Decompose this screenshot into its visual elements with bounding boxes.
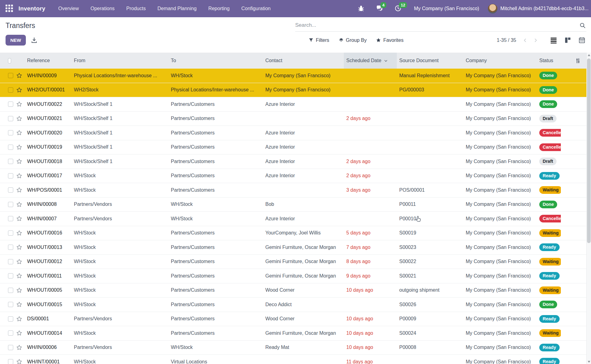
- row-checkbox[interactable]: [8, 359, 13, 364]
- search-icon[interactable]: [579, 22, 586, 29]
- company-switcher[interactable]: My Company (San Francisco): [414, 6, 479, 11]
- row-checkbox[interactable]: [8, 173, 13, 178]
- table-row[interactable]: WH/OUT/00017 WH/Stock Partners/Customers…: [0, 169, 586, 183]
- favorite-star-icon[interactable]: [16, 301, 22, 308]
- favorite-star-icon[interactable]: [16, 215, 22, 222]
- row-checkbox[interactable]: [8, 216, 13, 221]
- row-checkbox[interactable]: [8, 302, 13, 307]
- export-download-icon[interactable]: [31, 37, 38, 44]
- header-scheduled-date[interactable]: Scheduled Date: [344, 53, 397, 69]
- pager-next-icon[interactable]: [533, 38, 538, 42]
- activities-clock-icon[interactable]: 12: [394, 5, 402, 13]
- favorite-star-icon[interactable]: [16, 273, 22, 279]
- apps-grid-icon[interactable]: [6, 5, 14, 13]
- calendar-view-icon[interactable]: [578, 37, 585, 44]
- menu-demand-planning[interactable]: Demand Planning: [157, 6, 196, 11]
- table-row[interactable]: WH/OUT/00020 WH/Stock/Shelf 1 Partners/C…: [0, 126, 586, 140]
- favorite-star-icon[interactable]: [16, 115, 22, 122]
- row-checkbox[interactable]: [8, 130, 13, 135]
- app-name[interactable]: Inventory: [18, 5, 45, 12]
- favorite-star-icon[interactable]: [16, 87, 22, 93]
- new-button[interactable]: NEW: [6, 35, 26, 46]
- header-status[interactable]: Status: [537, 53, 561, 69]
- table-row[interactable]: WH/IN/00009 Physical Locations/Inter-war…: [0, 69, 586, 83]
- table-row[interactable]: WH/IN/00008 Partners/Vendors WH/Stock Bo…: [0, 198, 586, 212]
- row-checkbox[interactable]: [8, 330, 13, 336]
- header-company[interactable]: Company: [463, 53, 537, 69]
- favorite-star-icon[interactable]: [16, 187, 22, 193]
- row-checkbox[interactable]: [8, 230, 13, 236]
- filters-button[interactable]: Filters: [308, 38, 329, 43]
- menu-products[interactable]: Products: [126, 6, 146, 11]
- table-row[interactable]: WH/OUT/00005 WH/Stock Partners/Customers…: [0, 283, 586, 298]
- favorite-star-icon[interactable]: [16, 330, 22, 336]
- table-row[interactable]: WH/INT/00001 WH/Stock Virtual Locations …: [0, 355, 586, 364]
- header-from[interactable]: From: [71, 53, 168, 69]
- pager-range[interactable]: 1-35 / 35: [497, 38, 516, 43]
- menu-configuration[interactable]: Configuration: [241, 6, 271, 11]
- favorite-star-icon[interactable]: [16, 201, 22, 208]
- table-row[interactable]: WH/OUT/00011 WH/Stock Partners/Customers…: [0, 269, 586, 283]
- favorite-star-icon[interactable]: [16, 101, 22, 107]
- kanban-view-icon[interactable]: [564, 37, 571, 44]
- row-checkbox[interactable]: [8, 73, 13, 78]
- list-view-icon[interactable]: [550, 37, 557, 44]
- scroll-up-arrow[interactable]: [587, 53, 591, 58]
- table-row[interactable]: WH/OUT/00018 WH/Stock/Shelf 1 Partners/C…: [0, 154, 586, 169]
- favorite-star-icon[interactable]: [16, 130, 22, 136]
- favorite-star-icon[interactable]: [16, 244, 22, 250]
- row-checkbox[interactable]: [8, 345, 13, 350]
- menu-reporting[interactable]: Reporting: [208, 6, 230, 11]
- table-row[interactable]: WH/OUT/00022 WH/Stock/Shelf 1 Partners/C…: [0, 97, 586, 112]
- table-row[interactable]: DS/00001 Partners/Vendors Partners/Custo…: [0, 312, 586, 326]
- table-row[interactable]: WH/OUT/00013 WH/Stock Partners/Customers…: [0, 240, 586, 255]
- favorite-star-icon[interactable]: [16, 344, 22, 351]
- table-row[interactable]: WH/OUT/00015 WH/Stock Partners/Customers…: [0, 298, 586, 312]
- table-row[interactable]: WH/IN/00007 Partners/Vendors WH/Stock Az…: [0, 212, 586, 226]
- table-row[interactable]: WH/POS/00001 WH/Stock Partners/Customers…: [0, 183, 586, 198]
- favorites-button[interactable]: Favorites: [376, 38, 404, 43]
- table-row[interactable]: WH/OUT/00021 WH/Stock/Shelf 1 Partners/C…: [0, 112, 586, 126]
- favorite-star-icon[interactable]: [16, 72, 22, 79]
- favorite-star-icon[interactable]: [16, 287, 22, 294]
- header-reference[interactable]: Reference: [25, 53, 71, 69]
- table-row[interactable]: WH/OUT/00016 WH/Stock Partners/Customers…: [0, 226, 586, 241]
- table-row[interactable]: WH/OUT/00014 WH/Stock Partners/Customers…: [0, 326, 586, 341]
- table-row[interactable]: WH/OUT/00012 WH/Stock Partners/Customers…: [0, 255, 586, 269]
- row-checkbox[interactable]: [8, 87, 13, 93]
- table-row[interactable]: WH2/OUT/00001 WH2/Stock Physical Locatio…: [0, 83, 586, 98]
- row-checkbox[interactable]: [8, 159, 13, 164]
- table-row[interactable]: WH/IN/00006 Partners/Vendors WH/Stock Re…: [0, 341, 586, 355]
- select-all-checkbox[interactable]: [8, 58, 11, 63]
- user-avatar[interactable]: [488, 4, 497, 14]
- group-by-button[interactable]: Group By: [339, 38, 367, 43]
- header-contact[interactable]: Contact: [263, 53, 344, 69]
- scroll-down-arrow[interactable]: [587, 359, 591, 364]
- search-input[interactable]: [295, 22, 579, 28]
- row-checkbox[interactable]: [8, 288, 13, 293]
- row-checkbox[interactable]: [8, 145, 13, 150]
- favorite-star-icon[interactable]: [16, 258, 22, 265]
- favorite-star-icon[interactable]: [16, 144, 22, 150]
- row-checkbox[interactable]: [8, 259, 13, 264]
- favorite-star-icon[interactable]: [16, 316, 22, 322]
- table-row[interactable]: WH/OUT/00019 WH/Stock/Shelf 1 Partners/C…: [0, 140, 586, 155]
- user-menu[interactable]: Mitchell Admin (b4217dbb4-eccb-41b3...: [501, 6, 589, 11]
- row-checkbox[interactable]: [8, 202, 13, 207]
- row-checkbox[interactable]: [8, 245, 13, 250]
- row-checkbox[interactable]: [8, 316, 13, 322]
- scrollbar-thumb[interactable]: [587, 58, 591, 243]
- row-checkbox[interactable]: [8, 116, 13, 121]
- favorite-star-icon[interactable]: [16, 358, 22, 364]
- favorite-star-icon[interactable]: [16, 173, 22, 179]
- favorite-star-icon[interactable]: [16, 158, 22, 165]
- row-checkbox[interactable]: [8, 102, 13, 107]
- header-to[interactable]: To: [168, 53, 263, 69]
- optional-columns-icon[interactable]: [575, 58, 581, 64]
- messages-icon[interactable]: 4: [376, 5, 384, 13]
- row-checkbox[interactable]: [8, 273, 13, 278]
- favorite-star-icon[interactable]: [16, 230, 22, 236]
- header-source-document[interactable]: Source Document: [397, 53, 463, 69]
- row-checkbox[interactable]: [8, 187, 13, 193]
- debug-bug-icon[interactable]: [357, 5, 365, 13]
